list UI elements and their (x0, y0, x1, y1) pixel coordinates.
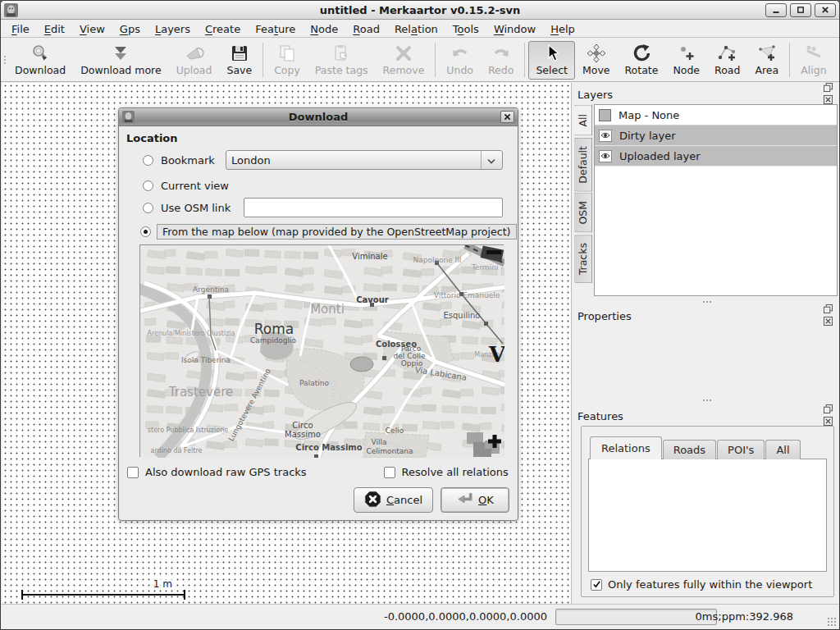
viewport-only-label: Only features fully within the viewport (608, 578, 812, 591)
redo-label: Redo (488, 64, 514, 76)
download-more-icon (111, 43, 130, 63)
copy-button[interactable]: Copy (267, 41, 308, 80)
layer-thumbnail-icon[interactable] (599, 109, 611, 121)
undo-label: Undo (446, 64, 473, 76)
layers-tab-all[interactable]: All (574, 105, 592, 136)
align-button[interactable]: Align (793, 41, 833, 80)
dialog-checkboxes: Also download raw GPS tracksResolve all … (127, 466, 509, 478)
node-button[interactable]: Node (665, 41, 707, 80)
download-more-button[interactable]: Download more (73, 41, 169, 80)
zoom-readout: 0ms;ppm:392.968 (696, 610, 793, 623)
ok-button[interactable]: OK (441, 487, 509, 513)
download-button[interactable]: Download (7, 41, 73, 80)
menu-item-layers[interactable]: Layers (148, 21, 198, 37)
layers-tab-default[interactable]: Default (574, 138, 592, 192)
window-title: untitled - Merkaartor v0.15.2-svn (1, 4, 839, 16)
toolbar-drag-handle[interactable] (4, 44, 6, 75)
menu-item-gps[interactable]: Gps (112, 21, 148, 37)
menu-item-view[interactable]: View (72, 21, 112, 37)
map-label: Trastevere (168, 385, 233, 399)
bookmark-radio[interactable] (143, 155, 153, 166)
features-tab-poi-s[interactable]: POI's (717, 440, 765, 459)
menu-item-help[interactable]: Help (543, 21, 582, 37)
paste-tags-label: Paste tags (315, 64, 368, 76)
menu-item-node[interactable]: Node (303, 21, 345, 37)
ok-label: OK (478, 494, 494, 506)
rotate-button[interactable]: Rotate (617, 41, 665, 80)
scale-label: 1 m (152, 578, 174, 590)
maximize-button[interactable] (790, 3, 811, 17)
road-icon (718, 43, 737, 63)
cancel-label: Cancel (386, 494, 422, 506)
osm-link-label: Use OSM link (161, 202, 236, 214)
map-label: Arenula/Ministero Giustizia (147, 330, 235, 337)
detach-button[interactable]: Detach (834, 41, 840, 80)
splitter-handle[interactable] (573, 396, 840, 404)
resolve-all-relations-checkbox[interactable] (384, 467, 395, 478)
also-download-raw-gps-tracks-checkbox[interactable] (127, 467, 139, 478)
save-button[interactable]: Save (219, 41, 259, 80)
map-label: Monti (310, 302, 345, 317)
features-tab-all[interactable]: All (765, 440, 800, 459)
win-close-icon (821, 4, 829, 16)
download-dialog-titlebar[interactable]: Download (119, 108, 518, 126)
select-label: Select (536, 64, 568, 76)
visibility-eye-icon[interactable] (599, 130, 612, 142)
node-label: Node (673, 64, 700, 76)
layers-float-button[interactable] (822, 82, 834, 94)
download-area-map[interactable]: ViminaleNapoleone IIITermini - LaArgenti… (139, 244, 504, 457)
menu-item-create[interactable]: Create (198, 21, 248, 37)
features-panel: RelationsRoadsPOI'sAll Only features ful… (581, 426, 834, 597)
menu-item-tools[interactable]: Tools (445, 21, 486, 37)
properties-close-button[interactable] (822, 316, 834, 328)
menu-item-road[interactable]: Road (345, 21, 387, 37)
features-tab-roads[interactable]: Roads (663, 440, 716, 459)
from-map-radio[interactable] (140, 226, 151, 237)
undo-button[interactable]: Undo (439, 41, 481, 80)
map-label: Viminale (352, 252, 387, 261)
toolbar: DownloadDownload moreUploadSaveCopyPaste… (1, 39, 839, 82)
minimize-button[interactable] (765, 3, 787, 17)
menu-item-feature[interactable]: Feature (248, 21, 303, 37)
remove-button[interactable]: Remove (376, 41, 432, 80)
close-button[interactable] (815, 3, 836, 17)
close-icon (504, 113, 511, 121)
layers-tab-tracks[interactable]: Tracks (574, 235, 592, 283)
layer-row-map-none[interactable]: Map - None (595, 105, 837, 126)
node-icon (677, 43, 696, 63)
cancel-button[interactable]: Cancel (354, 487, 433, 513)
menu-item-edit[interactable]: Edit (37, 21, 72, 37)
redo-button[interactable]: Redo (481, 41, 521, 80)
resize-grip[interactable] (827, 617, 837, 627)
properties-float-button[interactable] (822, 304, 834, 316)
dialog-close-button[interactable] (500, 111, 514, 123)
visibility-eye-icon[interactable] (599, 150, 612, 162)
paste-tags-button[interactable]: Paste tags (308, 41, 376, 80)
osm-link-radio[interactable] (143, 203, 153, 213)
features-float-button[interactable] (822, 404, 834, 416)
menu-item-window[interactable]: Window (486, 21, 543, 37)
move-button[interactable]: Move (575, 41, 618, 80)
road-button[interactable]: Road (707, 41, 747, 80)
osm-link-input[interactable] (244, 198, 503, 217)
splitter-handle[interactable] (573, 298, 840, 306)
layer-row-uploaded-layer[interactable]: Uploaded layer (595, 146, 837, 167)
layers-tab-osm[interactable]: OSM (574, 193, 592, 233)
panel-close-icon (824, 316, 833, 328)
features-panel-title: Features (578, 410, 818, 422)
features-tab-relations[interactable]: Relations (590, 436, 662, 459)
menu-item-relation[interactable]: Relation (387, 21, 445, 37)
features-list[interactable] (588, 459, 827, 572)
bookmark-combo[interactable]: London (226, 150, 503, 170)
viewport-only-checkbox[interactable] (591, 579, 602, 591)
select-button[interactable]: Select (528, 41, 575, 80)
road-label: Road (714, 64, 740, 76)
map-label: Celimontana (366, 447, 413, 455)
menu-item-file[interactable]: File (4, 21, 37, 37)
layer-row-dirty-layer[interactable]: Dirty layer (595, 126, 837, 146)
download-label: Download (15, 64, 66, 76)
area-button[interactable]: Area (747, 41, 786, 80)
current-view-radio[interactable] (143, 180, 153, 191)
upload-button[interactable]: Upload (169, 41, 220, 80)
remove-icon (394, 43, 413, 63)
